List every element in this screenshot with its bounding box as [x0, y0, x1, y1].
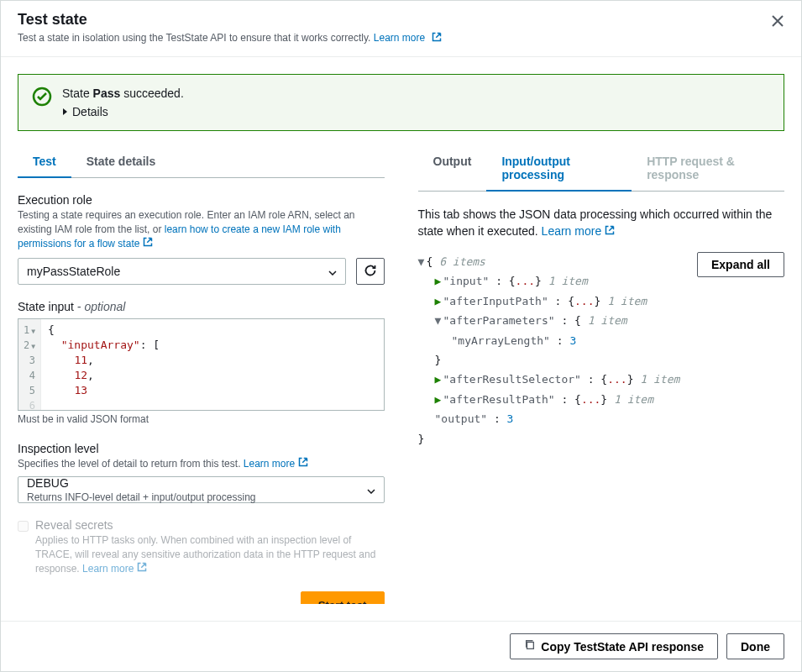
close-icon	[771, 18, 784, 30]
alert-details-toggle[interactable]: Details	[62, 105, 184, 118]
done-button[interactable]: Done	[726, 633, 784, 659]
caret-down-icon[interactable]: ▼	[418, 252, 427, 271]
tab-io-processing[interactable]: Input/output processing	[486, 146, 632, 192]
external-link-icon	[605, 223, 615, 240]
caret-right-icon[interactable]: ▶	[435, 291, 443, 311]
reveal-secrets-label: Reveal secrets	[35, 518, 385, 532]
caret-right-icon[interactable]: ▶	[435, 390, 443, 409]
state-input-help: Must be in valid JSON format	[18, 412, 385, 427]
inspection-help: Specifies the level of detail to return …	[18, 457, 385, 471]
exec-role-select[interactable]: myPassStateRole	[18, 258, 346, 285]
right-learn-more[interactable]: Learn more	[542, 224, 616, 238]
reveal-secrets-help: Applies to HTTP tasks only. When combine…	[35, 533, 385, 576]
inspection-learn-more[interactable]: Learn more	[244, 458, 308, 470]
learn-more-link[interactable]: Learn more	[374, 32, 442, 44]
external-link-icon	[137, 562, 147, 576]
expand-all-button[interactable]: Expand all	[697, 252, 784, 277]
caret-down-icon	[367, 483, 375, 496]
state-input-editor[interactable]: 1▼ 2▼ 3 4 5 6 { "inputArray": [ 11, 12	[18, 318, 385, 411]
caret-down-icon	[328, 265, 337, 278]
json-tree[interactable]: ▼{ 6 items ▶"input" : {...} 1 item ▶"aft…	[418, 252, 680, 449]
code-area[interactable]: { "inputArray": [ 11, 12, 13	[41, 319, 383, 410]
tab-output[interactable]: Output	[418, 146, 487, 192]
close-button[interactable]	[768, 11, 788, 34]
state-input-label: State input - optional	[18, 300, 385, 313]
success-alert: State Pass succeeded. Details	[18, 74, 784, 131]
right-description: This tab shows the JSON data processing …	[418, 207, 785, 240]
reveal-secrets-row: Reveal secrets Applies to HTTP tasks onl…	[18, 518, 385, 576]
external-link-icon	[143, 237, 153, 251]
modal-title: Test state	[18, 11, 784, 29]
alert-title: State Pass succeeded.	[62, 87, 184, 100]
tab-http: HTTP request & response	[632, 146, 784, 192]
reveal-learn-more[interactable]: Learn more	[82, 563, 147, 575]
copy-response-button[interactable]: Copy TestState API response	[510, 633, 718, 659]
inspection-label: Inspection level	[18, 442, 385, 455]
exec-role-label: Execution role	[18, 193, 385, 207]
caret-right-icon[interactable]: ▶	[435, 271, 443, 291]
reveal-secrets-checkbox	[18, 521, 29, 532]
inspection-select[interactable]: DEBUG Returns INFO-level detail + input/…	[18, 476, 385, 503]
caret-right-icon[interactable]: ▶	[435, 370, 443, 389]
refresh-icon	[364, 264, 377, 280]
external-link-icon	[298, 457, 308, 471]
tab-state-details[interactable]: State details	[71, 146, 170, 178]
success-icon	[32, 87, 52, 118]
caret-down-icon[interactable]: ▼	[435, 311, 443, 330]
tab-test[interactable]: Test	[18, 146, 71, 178]
start-test-button[interactable]: Start test	[301, 591, 385, 604]
modal-subtitle: Test a state in isolation using the Test…	[18, 32, 784, 45]
caret-right-icon	[62, 105, 69, 118]
external-link-icon	[432, 32, 442, 45]
svg-rect-1	[527, 643, 534, 649]
exec-role-help: Testing a state requires an execution ro…	[18, 208, 385, 251]
refresh-button[interactable]	[356, 258, 385, 285]
copy-icon	[524, 639, 536, 654]
line-gutter: 1▼ 2▼ 3 4 5 6	[18, 319, 41, 410]
